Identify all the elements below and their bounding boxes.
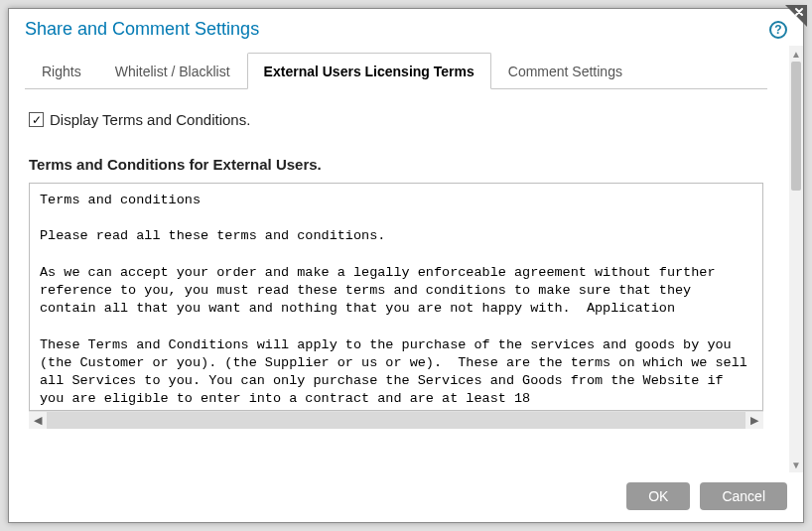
scroll-down-icon[interactable]: ▼: [789, 457, 803, 472]
tab-bar: Rights Whitelist / Blacklist External Us…: [25, 52, 767, 89]
tab-label: Comment Settings: [508, 64, 622, 79]
svg-text:?: ?: [774, 23, 781, 37]
ok-button[interactable]: OK: [626, 482, 690, 510]
tab-label: Rights: [42, 64, 81, 79]
tab-label: External Users Licensing Terms: [264, 64, 474, 79]
cancel-button[interactable]: Cancel: [700, 482, 787, 510]
terms-textarea[interactable]: Terms and conditions Please read all the…: [29, 183, 763, 411]
terms-text-content: Terms and conditions Please read all the…: [30, 184, 762, 411]
tab-external-users-licensing-terms[interactable]: External Users Licensing Terms: [247, 53, 491, 89]
vertical-scrollbar[interactable]: ▲ ▼: [789, 46, 803, 472]
tab-whitelist-blacklist[interactable]: Whitelist / Blacklist: [98, 53, 247, 89]
tab-rights[interactable]: Rights: [25, 53, 98, 89]
scroll-track[interactable]: [47, 412, 745, 429]
display-terms-checkbox-row: ✓ Display Terms and Conditions.: [29, 111, 763, 128]
scroll-up-icon[interactable]: ▲: [789, 46, 803, 62]
dialog: Share and Comment Settings ? Rights Whit…: [8, 8, 804, 523]
terms-subheading: Terms and Conditions for External Users.: [29, 156, 763, 173]
display-terms-label: Display Terms and Conditions.: [50, 111, 250, 128]
close-icon[interactable]: [785, 5, 807, 27]
horizontal-scrollbar[interactable]: ◀ ▶: [29, 411, 763, 429]
dialog-header: Share and Comment Settings ?: [9, 9, 803, 46]
tab-label: Whitelist / Blacklist: [115, 64, 230, 79]
display-terms-checkbox[interactable]: ✓: [29, 112, 44, 127]
scroll-left-icon[interactable]: ◀: [29, 412, 47, 430]
dialog-body: Rights Whitelist / Blacklist External Us…: [9, 46, 803, 472]
scroll-thumb[interactable]: [791, 62, 801, 191]
scroll-right-icon[interactable]: ▶: [745, 412, 763, 430]
dialog-footer: OK Cancel: [9, 472, 803, 522]
tab-comment-settings[interactable]: Comment Settings: [491, 53, 639, 89]
dialog-title: Share and Comment Settings: [25, 19, 259, 40]
tab-panel: ✓ Display Terms and Conditions. Terms an…: [25, 89, 767, 437]
